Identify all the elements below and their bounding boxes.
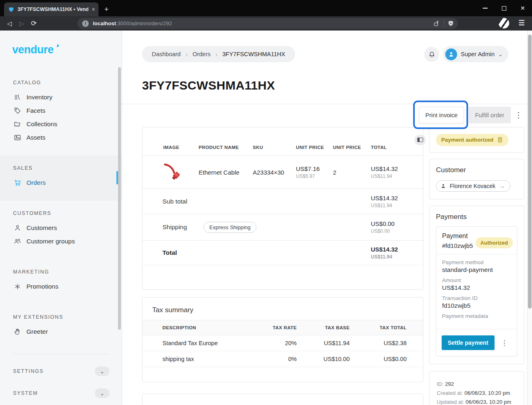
nav-group-sales: SALES Orders xyxy=(0,155,122,201)
tax-summary-card: Tax summary DESCRIPTION TAX RATE TAX BAS… xyxy=(142,297,423,382)
forward-button[interactable]: ▷ xyxy=(15,20,28,27)
quantity-cell: 2 xyxy=(333,169,371,176)
entity-updated: Updated at: 06/06/23, 10:20 pm xyxy=(437,398,517,405)
sidebar-item-system[interactable]: SYSTEM ⌄ xyxy=(13,388,109,398)
window-close-button[interactable]: ✕ xyxy=(513,0,532,16)
nav-section-label: MY EXTENSIONS xyxy=(13,314,122,320)
back-button[interactable]: ◁ xyxy=(3,20,15,27)
sidebar-scrollbar[interactable] xyxy=(118,67,121,330)
column-header: IMAGE xyxy=(163,145,199,150)
cart-icon xyxy=(14,179,21,186)
column-header: DESCRIPTION xyxy=(162,325,248,330)
shipping-value: US$0.00 US$0.00 xyxy=(371,220,394,234)
payment-kebab-icon[interactable]: ⋮ xyxy=(501,339,508,347)
window-controls: ✕ xyxy=(476,0,532,16)
system-label: SYSTEM xyxy=(13,390,38,396)
order-state-badge: Payment authorized xyxy=(436,134,508,146)
window-minimize-button[interactable] xyxy=(476,0,495,16)
chevron-right-icon: › xyxy=(215,51,217,58)
column-header: UNIT PRICE xyxy=(296,145,333,150)
product-sku: A23334×30 xyxy=(253,169,296,176)
payment-detail-card: Payment #fd10zwjb5 Authorized Payment me… xyxy=(436,226,517,357)
divider xyxy=(13,354,109,354)
site-info-icon[interactable]: ! xyxy=(82,20,89,27)
settle-payment-button[interactable]: Settle payment xyxy=(442,335,495,350)
state-history-icon[interactable] xyxy=(497,137,503,143)
address-bar[interactable]: ! localhost:3000/admin/orders/292 xyxy=(77,18,458,29)
sidebar-item-orders[interactable]: Orders xyxy=(0,176,122,189)
column-header: TAX RATE xyxy=(248,325,297,330)
nav-group-customers: CUSTOMERS Customers Customer groups xyxy=(0,201,122,259)
fulfill-order-button[interactable]: Fulfill order xyxy=(469,107,511,123)
entity-id: ID: 292 xyxy=(437,380,517,389)
sidebar-item-inventory[interactable]: Inventory xyxy=(0,90,122,104)
breadcrumb-orders[interactable]: Orders xyxy=(193,51,210,57)
browser-menu-icon[interactable]: ☰ xyxy=(519,19,525,27)
person-icon xyxy=(14,224,21,232)
sidebar-item-collections[interactable]: Collections xyxy=(0,117,122,131)
payment-status-badge: Authorized xyxy=(475,237,513,248)
shipping-label: Shipping xyxy=(162,223,187,231)
column-settings-button[interactable] xyxy=(414,135,426,145)
breadcrumb-current: 3FY7FSCWSHMA11HX xyxy=(222,51,285,57)
subtotal-row: Sub total US$14.32 US$11.94 xyxy=(142,189,423,214)
column-header: TOTAL xyxy=(371,145,414,150)
column-header: TAX TOTAL xyxy=(350,325,407,330)
sidebar-item-promotions[interactable]: Promotions xyxy=(0,280,122,293)
sidebar-item-settings[interactable]: SETTINGS ⌄ xyxy=(13,366,109,376)
column-header: UNIT PRICE xyxy=(333,145,371,150)
order-lines-card: IMAGE PRODUCT NAME SKU UNIT PRICE UNIT P… xyxy=(142,127,423,290)
reload-button[interactable]: ⟳ xyxy=(28,19,40,28)
breadcrumb-dashboard[interactable]: Dashboard xyxy=(152,51,181,57)
sidebar-item-customers[interactable]: Customers xyxy=(0,221,122,234)
order-actions-kebab-icon[interactable]: ⋮ xyxy=(513,107,524,123)
nav-section-label: CUSTOMERS xyxy=(13,210,122,216)
sidebar-item-label: Collections xyxy=(26,120,57,128)
customer-name: Florence Kovacek xyxy=(450,183,495,189)
tax-row: shipping tax 0% US$10.00 US$0.00 xyxy=(142,351,423,367)
chevron-down-icon[interactable]: ⌄ xyxy=(95,388,109,398)
sidebar-item-facets[interactable]: Facets xyxy=(0,104,122,117)
page-scrollbar[interactable] xyxy=(527,31,532,405)
user-menu[interactable]: Super Admin ⌄ xyxy=(443,46,508,62)
profile-avatar[interactable] xyxy=(499,18,509,28)
tab-title: 3FY7FSCWSHMA11HX • Vendure xyxy=(18,7,88,12)
sidebar-item-label: Customer groups xyxy=(26,238,75,245)
hand-icon xyxy=(14,328,21,335)
nav-group-catalog: CATALOG Inventory Facets Collections Ass… xyxy=(0,70,122,155)
browser-titlebar: 3FY7FSCWSHMA11HX • Vendure ✕ + ✕ xyxy=(0,0,532,16)
shipping-row: Shipping Express Shipping US$0.00 US$0.0… xyxy=(142,214,423,241)
tab-close-icon[interactable]: ✕ xyxy=(92,7,95,12)
payment-field: Payment method standard-payment xyxy=(442,259,511,274)
url-host: localhost xyxy=(93,20,116,26)
people-icon xyxy=(14,238,21,245)
new-tab-button[interactable]: + xyxy=(104,5,109,13)
payments-title: Payments xyxy=(436,213,517,221)
share-icon[interactable] xyxy=(433,20,440,27)
bell-icon xyxy=(428,51,436,58)
main-content: Dashboard › Orders › 3FY7FSCWSHMA11HX Su… xyxy=(122,31,527,405)
sidebar-item-assets[interactable]: Assets xyxy=(0,131,122,144)
total-row: Total US$14.32 US$11.94 xyxy=(142,241,423,265)
sidebar-item-label: Assets xyxy=(26,134,46,141)
sidebar-item-label: Orders xyxy=(26,179,46,186)
sidebar-item-greeter[interactable]: Greeter xyxy=(0,325,122,338)
chevron-down-icon[interactable]: ⌄ xyxy=(95,366,109,376)
sidebar-item-customer-groups[interactable]: Customer groups xyxy=(0,234,122,248)
payment-field: Payment metadata xyxy=(442,313,511,319)
entity-info-card: ID: 292 Created at: 06/06/23, 10:20 pm U… xyxy=(429,371,524,405)
browser-tab[interactable]: 3FY7FSCWSHMA11HX • Vendure ✕ xyxy=(4,2,99,16)
image-icon xyxy=(14,134,21,141)
customer-link[interactable]: Florence Kovacek → xyxy=(436,180,510,192)
page-scrollbar-thumb[interactable] xyxy=(528,35,532,309)
column-header: PRODUCT NAME xyxy=(199,145,253,150)
notifications-button[interactable] xyxy=(424,47,439,62)
window-maximize-button[interactable] xyxy=(495,0,513,16)
tax-table-header: DESCRIPTION TAX RATE TAX BASE TAX TOTAL xyxy=(142,320,423,335)
product-name: Ethernet Cable xyxy=(199,169,253,176)
promotions-icon xyxy=(14,283,21,290)
unit-price-cell: US$7.16 US$5.97 xyxy=(296,165,333,179)
brave-shield-icon[interactable] xyxy=(448,20,454,27)
print-invoice-button[interactable]: Print invoice xyxy=(419,107,464,123)
sidebar-item-label: Greeter xyxy=(26,328,48,335)
